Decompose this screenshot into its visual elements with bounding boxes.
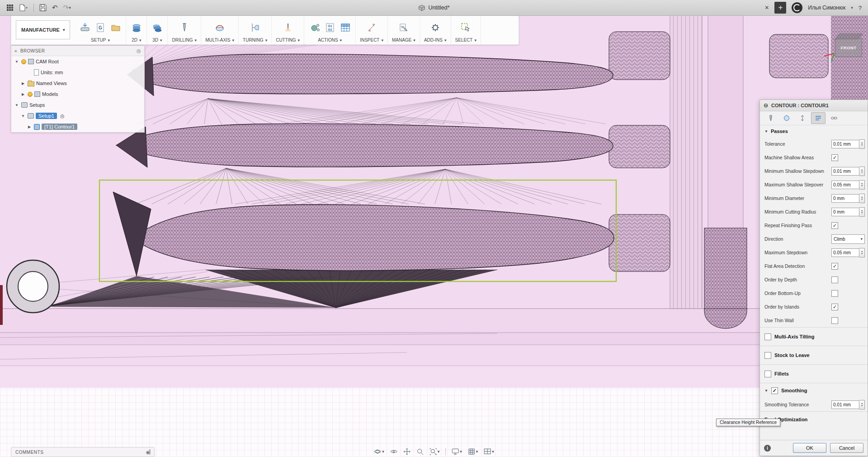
tolerance-input[interactable]: 0.01 mm — [831, 140, 859, 148]
repeat-finishing-pass-checkbox[interactable]: ✓ — [831, 222, 838, 229]
minimum-shallow-stepdown-input[interactable]: 0.01 mm — [831, 167, 859, 176]
toolbar-dropdown-turning[interactable]: TURNING▾ — [243, 38, 267, 43]
browser-item-cam-root[interactable]: ▼CAM Root — [11, 56, 144, 67]
select-icon[interactable] — [460, 21, 472, 33]
addins-icon[interactable] — [429, 21, 441, 33]
gridsnap-icon[interactable]: ▾ — [466, 446, 480, 457]
section-passes[interactable]: ▼ Passes — [760, 125, 868, 137]
info-icon[interactable]: i — [764, 445, 771, 452]
dialog-header[interactable]: ⊖ CONTOUR : CONTOUR1 — [760, 100, 868, 111]
sheet-icon[interactable] — [339, 21, 351, 33]
expander-icon[interactable]: ▼ — [14, 60, 19, 64]
spinner-icon[interactable]: ▲▼ — [859, 194, 865, 203]
spinner-icon[interactable]: ▲▼ — [859, 400, 865, 409]
redo-icon[interactable]: ↷▾ — [63, 2, 71, 13]
order-by-depth-checkbox[interactable] — [831, 276, 838, 283]
fillets-checkbox[interactable] — [764, 371, 771, 377]
browser-item-setups[interactable]: ▼Setups — [11, 100, 144, 110]
fit-icon[interactable]: ▾ — [428, 446, 442, 457]
smoothing-tolerance-input[interactable]: 0.01 mm — [831, 400, 859, 409]
comments-resize-handle[interactable]: ∥ — [148, 448, 151, 455]
orbit-icon[interactable]: ▾ — [372, 446, 386, 457]
minimum-cutting-radius-input[interactable]: 0 mm — [831, 208, 859, 216]
file-menu-icon[interactable] — [19, 2, 28, 13]
cancel-button[interactable]: Cancel — [830, 443, 863, 453]
display-icon[interactable]: ▾ — [450, 446, 464, 457]
view-cube[interactable]: FRONT — [833, 33, 863, 57]
browser-item-named-views[interactable]: ▶Named Views — [11, 78, 144, 89]
section-fillets[interactable]: Fillets — [760, 364, 868, 383]
expander-icon[interactable]: ▶ — [20, 92, 26, 96]
gdoc-icon[interactable]: G — [94, 21, 106, 33]
toolbar-dropdown-actions[interactable]: ACTIONS▾ — [318, 38, 342, 43]
toolbar-dropdown-3d[interactable]: 3D▾ — [152, 38, 162, 43]
active-setup-radio-icon[interactable]: ◎ — [60, 113, 65, 119]
folder-icon[interactable] — [109, 21, 122, 33]
toolbar-dropdown-manage[interactable]: MANAGE▾ — [392, 38, 415, 43]
disks3d-icon[interactable] — [151, 21, 163, 33]
drill-icon[interactable] — [178, 21, 190, 33]
app-grid-icon[interactable] — [6, 2, 14, 13]
new-tab-button[interactable]: + — [774, 2, 786, 14]
toolbar-dropdown-setup[interactable]: SETUP▾ — [91, 38, 110, 43]
simulate-icon[interactable] — [308, 21, 321, 33]
pan-icon[interactable] — [401, 446, 412, 457]
close-document-icon[interactable]: ✕ — [764, 2, 769, 13]
turning-icon[interactable] — [249, 21, 261, 33]
toolbar-dropdown-add-ins[interactable]: ADD-INS▾ — [424, 38, 447, 43]
minimum-diameter-input[interactable]: 0 mm — [831, 194, 859, 203]
managetools-icon[interactable]: % — [397, 21, 410, 33]
disks2d-icon[interactable] — [130, 21, 142, 33]
post-icon[interactable]: G1G2 — [324, 21, 336, 33]
toolbar-dropdown-cutting[interactable]: CUTTING▾ — [276, 38, 300, 43]
undo-icon[interactable]: ↶ — [52, 2, 58, 13]
expander-icon[interactable]: ▼ — [20, 114, 26, 118]
dialog-tab-linking[interactable] — [827, 112, 841, 124]
dialog-tab-geometry[interactable] — [779, 112, 794, 124]
toolbar-dropdown-multi-axis[interactable]: MULTI-AXIS▾ — [205, 38, 234, 43]
stock-to-leave-checkbox[interactable] — [764, 352, 771, 359]
setup-icon[interactable] — [79, 21, 91, 33]
browser-item-units-mm[interactable]: Units: mm — [11, 67, 144, 78]
toolbar-dropdown-inspect[interactable]: INSPECT▾ — [360, 38, 383, 43]
comments-bar[interactable]: COMMENTS ◉ — [11, 447, 155, 457]
toolbar-dropdown-select[interactable]: SELECT▾ — [455, 38, 476, 43]
flat-area-detection-checkbox[interactable]: ✓ — [831, 263, 838, 270]
inspect-icon[interactable] — [366, 21, 378, 33]
multiaxis-icon[interactable] — [214, 21, 226, 33]
viewports-icon[interactable]: ▾ — [482, 446, 496, 457]
maximum-stepdown-input[interactable]: 0.05 mm — [831, 248, 859, 257]
spinner-icon[interactable]: ▲▼ — [859, 180, 865, 190]
expander-icon[interactable]: ▶ — [20, 81, 26, 86]
toolbar-dropdown-2d[interactable]: 2D▾ — [132, 38, 141, 43]
lookat-icon[interactable] — [388, 446, 399, 457]
browser-header[interactable]: « BROWSER ◎ — [11, 46, 144, 56]
dialog-tab-tool[interactable] — [764, 112, 778, 124]
expander-icon[interactable]: ▼ — [14, 103, 19, 107]
section-multi-axis-tilting[interactable]: Multi-Axis Tilting — [760, 327, 868, 346]
smoothing-expand-icon[interactable]: ▼ — [764, 389, 768, 393]
help-icon[interactable]: ? — [859, 5, 862, 11]
spinner-icon[interactable]: ▲▼ — [859, 207, 865, 217]
dialog-tab-passes[interactable] — [811, 112, 826, 124]
view-cube-front-face[interactable]: FRONT — [835, 38, 862, 57]
section-stock-to-leave[interactable]: Stock to Leave — [760, 346, 868, 364]
order-bottom-up-checkbox[interactable] — [831, 290, 838, 297]
maximum-shallow-stepover-input[interactable]: 0.05 mm — [831, 181, 859, 189]
cutting-icon[interactable] — [282, 21, 294, 33]
avatar[interactable] — [792, 2, 802, 13]
workspace-switcher[interactable]: MANUFACTURE ▾ — [16, 20, 70, 39]
section-smoothing[interactable]: ▼ ✓ Smoothing — [760, 383, 868, 398]
smoothing-checkbox[interactable]: ✓ — [771, 387, 778, 394]
use-thin-wall-checkbox[interactable] — [831, 317, 838, 324]
expander-icon[interactable]: ▶ — [27, 125, 32, 129]
machine-shallow-areas-checkbox[interactable]: ✓ — [831, 154, 838, 161]
multi-axis-tilting-checkbox[interactable] — [764, 333, 771, 340]
direction-select[interactable]: Climb▾ — [831, 234, 865, 244]
user-menu-caret-icon[interactable]: ▾ — [851, 5, 853, 10]
spinner-icon[interactable]: ▲▼ — [859, 248, 865, 257]
browser-options-icon[interactable]: ◎ — [137, 48, 141, 54]
order-by-islands-checkbox[interactable]: ✓ — [831, 304, 838, 310]
browser-item-models[interactable]: ▶Models — [11, 89, 144, 100]
dialog-tab-heights[interactable] — [795, 112, 810, 124]
